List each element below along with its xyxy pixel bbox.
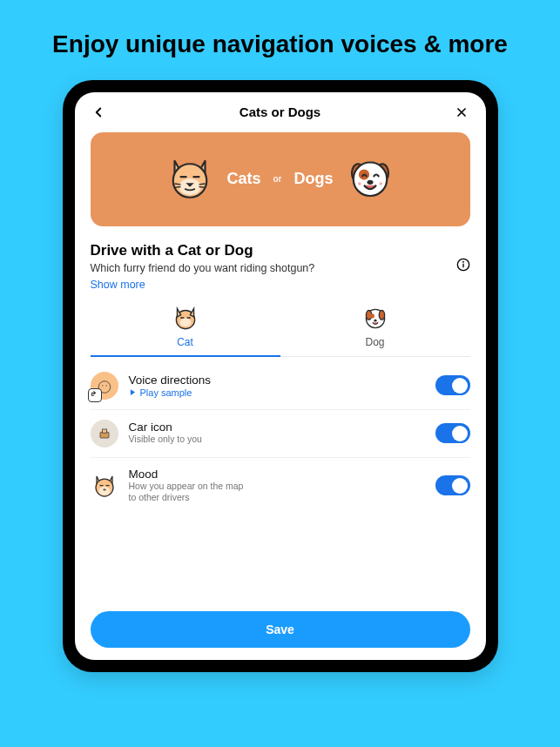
theme-banner: Cats or Dogs — [91, 132, 470, 226]
show-more-link[interactable]: Show more — [91, 279, 315, 291]
svg-line-8 — [199, 184, 206, 185]
banner-or-label: or — [273, 174, 282, 184]
tab-dog[interactable]: Dog — [280, 303, 470, 356]
tab-cat[interactable]: Cat — [91, 303, 280, 357]
section-title: Drive with a Cat or Dog — [91, 242, 315, 259]
mood-title: Mood — [129, 468, 425, 481]
dog-tab-icon — [361, 303, 390, 333]
mood-icon — [91, 472, 118, 500]
setting-mood: Mood How you appear on the map to other … — [91, 458, 470, 514]
setting-car-icon: Car icon Visible only to you — [91, 410, 470, 458]
close-icon[interactable] — [454, 104, 469, 120]
info-icon[interactable] — [456, 258, 470, 274]
car-icon-toggle[interactable] — [435, 423, 470, 443]
svg-point-28 — [374, 319, 376, 321]
svg-point-14 — [367, 179, 373, 184]
section-subtitle: Which furry friend do you want riding sh… — [91, 262, 315, 274]
setting-voice-directions: Voice directions Play sample — [91, 362, 470, 410]
svg-point-15 — [358, 182, 361, 185]
tab-dog-label: Dog — [280, 336, 470, 348]
save-button[interactable]: Save — [91, 611, 470, 648]
promo-title: Enjoy unique navigation voices & more — [0, 0, 560, 80]
tablet-frame: Cats or Dogs — [63, 80, 498, 672]
play-sample-button[interactable]: Play sample — [129, 387, 425, 398]
svg-point-21 — [179, 318, 191, 326]
settings-list: Voice directions Play sample Car icon — [91, 362, 470, 514]
back-icon[interactable] — [91, 104, 106, 120]
banner-cats-label: Cats — [226, 170, 260, 188]
car-icon-subtitle: Visible only to you — [129, 434, 425, 446]
svg-point-12 — [353, 162, 387, 196]
screen: Cats or Dogs — [75, 92, 486, 660]
tabs: Cat Dog — [91, 303, 470, 357]
tab-cat-label: Cat — [91, 336, 280, 348]
svg-point-16 — [379, 182, 382, 185]
mood-subtitle: How you appear on the map to other drive… — [129, 481, 425, 504]
header: Cats or Dogs — [75, 92, 486, 132]
play-sample-label: Play sample — [140, 387, 192, 398]
car-icon-title: Car icon — [129, 421, 425, 434]
dog-illustration-icon — [346, 153, 395, 205]
svg-point-26 — [379, 310, 384, 320]
voice-directions-icon — [91, 372, 118, 400]
car-icon-thumbnail-icon — [91, 420, 118, 448]
svg-point-19 — [462, 261, 463, 262]
cat-illustration-icon — [165, 153, 214, 205]
mood-toggle[interactable] — [435, 475, 470, 495]
svg-rect-34 — [102, 429, 106, 433]
direction-arrow-badge-icon — [88, 388, 102, 402]
svg-line-9 — [199, 186, 206, 187]
svg-line-6 — [175, 184, 181, 185]
voice-directions-title: Voice directions — [129, 374, 425, 387]
svg-point-27 — [369, 313, 374, 318]
svg-marker-32 — [130, 389, 134, 395]
svg-line-7 — [175, 186, 181, 187]
cat-tab-icon — [171, 303, 200, 333]
page-title: Cats or Dogs — [240, 104, 320, 119]
voice-directions-toggle[interactable] — [435, 375, 470, 395]
banner-dogs-label: Dogs — [294, 170, 334, 188]
